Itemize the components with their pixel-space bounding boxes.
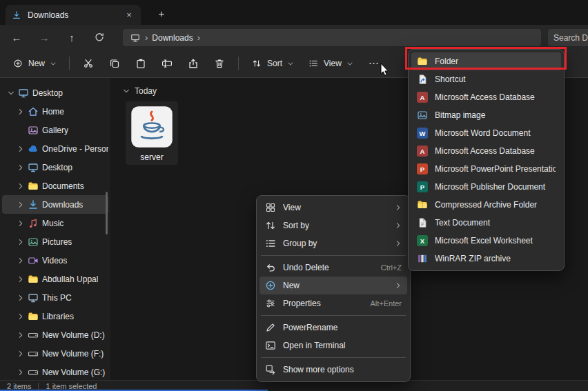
chevron-right-icon[interactable] [17, 294, 24, 301]
menu-item-view[interactable]: View [259, 199, 407, 217]
submenu-item-excel-worksheet[interactable]: Microsoft Excel Worksheet [411, 232, 561, 250]
sidebar-item-home[interactable]: Home [2, 102, 108, 121]
tab-title: Downloads [28, 10, 68, 20]
sidebar-item-downloads[interactable]: Downloads [2, 195, 108, 214]
sidebar-item-gallery[interactable]: Gallery [2, 121, 108, 139]
menu-item-label: Microsoft Word Document [435, 128, 556, 138]
menu-item-group-by[interactable]: Group by [259, 234, 407, 252]
chevron-down-icon[interactable] [8, 90, 14, 97]
menu-item-powerrename[interactable]: PowerRename [259, 319, 407, 337]
menu-item-label: Undo Delete [283, 263, 374, 272]
chevron-right-icon[interactable] [17, 332, 24, 339]
submenu-item-bitmap-image[interactable]: Bitmap image [411, 106, 561, 124]
explorer-tab[interactable]: Downloads × [6, 5, 141, 25]
sidebar-item-pictures[interactable]: Pictures [2, 232, 108, 251]
navigation-sidebar: Desktop Home Gallery OneDrive - Personal… [0, 78, 110, 380]
chevron-right-icon[interactable] [17, 220, 24, 227]
powerpoint-icon [417, 163, 428, 174]
bitmap-icon [417, 110, 428, 121]
rename-icon[interactable] [157, 53, 177, 74]
chevron-right-icon[interactable] [17, 239, 24, 245]
cut-icon[interactable] [79, 53, 98, 74]
submenu-item-word-document[interactable]: Microsoft Word Document [411, 124, 561, 142]
menu-item-label: PowerRename [283, 323, 402, 332]
menu-item-sort-by[interactable]: Sort by [259, 217, 407, 234]
menu-item-new[interactable]: New [259, 277, 407, 294]
sort-button[interactable]: Sort [244, 53, 301, 74]
menu-item-show-more-options[interactable]: Show more options [259, 361, 407, 379]
delete-icon[interactable] [210, 53, 229, 74]
menu-item-properties[interactable]: Properties Alt+Enter [259, 294, 407, 312]
forward-button[interactable]: → [33, 28, 55, 47]
menu-item-label: Compressed Archive Folder [435, 200, 556, 210]
sidebar-item-user-folder[interactable]: Abdullah Uppal [2, 270, 108, 288]
share-icon[interactable] [184, 53, 203, 74]
breadcrumb[interactable]: › Downloads › [123, 29, 541, 46]
chevron-right-icon[interactable] [17, 183, 24, 190]
new-submenu: Folder Shortcut Microsoft Access Databas… [408, 49, 565, 271]
sidebar-item-label: Abdullah Uppal [42, 274, 98, 284]
sidebar-item-volume-f[interactable]: New Volume (F:) [2, 344, 108, 363]
refresh-button[interactable] [88, 28, 110, 47]
submenu-item-access-database[interactable]: Microsoft Access Database [411, 88, 561, 106]
chevron-right-icon[interactable] [17, 369, 24, 376]
sidebar-item-videos[interactable]: Videos [2, 251, 108, 270]
menu-item-open-in-terminal[interactable]: Open in Terminal [259, 337, 407, 354]
menu-item-undo-delete[interactable]: Undo Delete Ctrl+Z [259, 259, 407, 277]
view-button[interactable]: View [301, 53, 360, 74]
back-button[interactable]: ← [6, 28, 28, 47]
search-input[interactable]: Search D [548, 29, 588, 46]
desktop-folder-icon [28, 162, 39, 173]
submenu-item-winrar-zip[interactable]: WinRAR ZIP archive [411, 250, 561, 268]
group-header-label: Today [135, 86, 157, 96]
sidebar-item-volume-d[interactable]: New Volume (D:) [2, 325, 108, 344]
menu-item-label: New [283, 281, 388, 290]
menu-item-label: Microsoft Publisher Document [435, 182, 556, 192]
chevron-right-icon[interactable] [17, 350, 24, 357]
sidebar-item-onedrive[interactable]: OneDrive - Personal [2, 139, 108, 158]
chevron-right-icon[interactable] [17, 164, 24, 171]
word-icon [417, 128, 428, 139]
selection-count-label: 1 item selected [46, 382, 97, 390]
new-tab-button[interactable]: + [155, 6, 168, 20]
paste-icon[interactable] [131, 53, 150, 74]
submenu-item-access-database-2[interactable]: Microsoft Access Database [411, 142, 561, 160]
submenu-item-shortcut[interactable]: Shortcut [411, 70, 561, 88]
chevron-down-icon[interactable] [123, 88, 130, 94]
submenu-item-text-document[interactable]: Text Document [411, 214, 561, 232]
menu-shortcut-label: Alt+Enter [370, 299, 402, 308]
file-item-server[interactable]: server [126, 101, 178, 165]
chevron-right-icon[interactable] [17, 201, 24, 208]
sidebar-item-desktop[interactable]: Desktop [2, 158, 108, 177]
sidebar-item-desktop-root[interactable]: Desktop [2, 83, 108, 102]
copy-icon[interactable] [105, 53, 124, 74]
sidebar-item-volume-g[interactable]: New Volume (G:) [2, 363, 108, 380]
chevron-right-icon[interactable] [17, 108, 24, 115]
user-folder-icon [28, 274, 39, 285]
chevron-right-icon[interactable] [17, 276, 24, 283]
submenu-item-powerpoint-presentation[interactable]: Microsoft PowerPoint Presentation [411, 160, 561, 178]
more-options-icon [265, 364, 276, 375]
sidebar-item-libraries[interactable]: Libraries [2, 307, 108, 325]
group-header-today[interactable]: Today [123, 86, 157, 96]
properties-icon [265, 298, 276, 309]
videos-folder-icon [28, 255, 39, 266]
chevron-right-icon[interactable] [17, 257, 24, 264]
submenu-item-publisher-document[interactable]: Microsoft Publisher Document [411, 178, 561, 196]
new-button-label: New [28, 59, 45, 68]
chevron-right-icon [395, 222, 402, 229]
chevron-right-icon[interactable] [17, 313, 24, 320]
breadcrumb-item-downloads[interactable]: Downloads [152, 33, 193, 43]
chevron-right-icon[interactable] [17, 146, 24, 152]
sidebar-item-music[interactable]: Music [2, 214, 108, 232]
close-tab-icon[interactable]: × [123, 9, 135, 21]
publisher-icon [417, 181, 428, 192]
documents-folder-icon [28, 181, 39, 192]
new-button[interactable]: New [6, 53, 63, 74]
sidebar-item-label: Music [42, 219, 63, 228]
up-button[interactable]: ↑ [61, 28, 83, 47]
sidebar-item-this-pc[interactable]: This PC [2, 288, 108, 307]
submenu-item-compressed-archive[interactable]: Compressed Archive Folder [411, 196, 561, 214]
sidebar-scrollbar[interactable] [106, 192, 108, 234]
sidebar-item-documents[interactable]: Documents [2, 177, 108, 195]
